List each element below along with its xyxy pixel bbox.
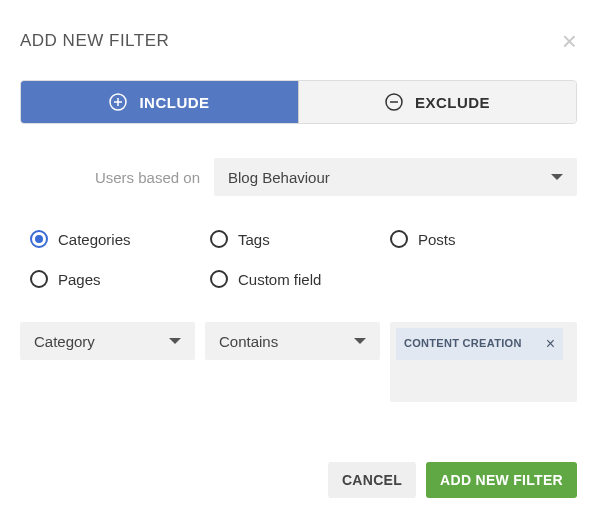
plus-circle-icon: [109, 93, 127, 111]
criteria-row: Category Contains CONTENT CREATION ×: [20, 322, 577, 402]
users-based-on-label: Users based on: [20, 169, 200, 186]
radio-posts[interactable]: Posts: [390, 230, 570, 248]
chip-remove-icon[interactable]: ×: [546, 334, 556, 354]
radio-icon: [210, 270, 228, 288]
radio-pages[interactable]: Pages: [30, 270, 210, 288]
criteria-operator-select[interactable]: Contains: [205, 322, 380, 360]
criteria-value-box[interactable]: CONTENT CREATION ×: [390, 322, 577, 402]
radio-icon: [210, 230, 228, 248]
radio-label: Categories: [58, 231, 131, 248]
chip-label: CONTENT CREATION: [404, 337, 522, 351]
radio-label: Tags: [238, 231, 270, 248]
tab-include[interactable]: INCLUDE: [21, 81, 299, 123]
cancel-button[interactable]: CANCEL: [328, 462, 416, 498]
criteria-field-select[interactable]: Category: [20, 322, 195, 360]
radio-tags[interactable]: Tags: [210, 230, 390, 248]
modal-title: ADD NEW FILTER: [20, 31, 169, 51]
tab-include-label: INCLUDE: [139, 94, 209, 111]
radio-categories[interactable]: Categories: [30, 230, 210, 248]
radio-custom-field[interactable]: Custom field: [210, 270, 390, 288]
basis-select-value: Blog Behaviour: [228, 169, 330, 186]
radio-label: Posts: [418, 231, 456, 248]
tab-exclude[interactable]: EXCLUDE: [299, 81, 576, 123]
modal-header: ADD NEW FILTER ×: [20, 28, 577, 54]
source-radio-group: Categories Tags Posts Pages Custom field: [20, 230, 577, 288]
criteria-operator-value: Contains: [219, 333, 278, 350]
add-new-filter-button[interactable]: ADD NEW FILTER: [426, 462, 577, 498]
radio-icon: [30, 230, 48, 248]
chevron-down-icon: [354, 338, 366, 344]
criteria-field-value: Category: [34, 333, 95, 350]
modal-footer: CANCEL ADD NEW FILTER: [20, 462, 577, 498]
include-exclude-tabs: INCLUDE EXCLUDE: [20, 80, 577, 124]
chevron-down-icon: [169, 338, 181, 344]
chevron-down-icon: [551, 174, 563, 180]
add-filter-modal: ADD NEW FILTER × INCLUDE EXCLUDE Users b…: [0, 0, 597, 518]
radio-icon: [30, 270, 48, 288]
radio-label: Custom field: [238, 271, 321, 288]
close-icon[interactable]: ×: [562, 28, 577, 54]
tab-exclude-label: EXCLUDE: [415, 94, 490, 111]
radio-icon: [390, 230, 408, 248]
radio-label: Pages: [58, 271, 101, 288]
value-chip: CONTENT CREATION ×: [396, 328, 563, 360]
basis-select[interactable]: Blog Behaviour: [214, 158, 577, 196]
minus-circle-icon: [385, 93, 403, 111]
users-based-on-row: Users based on Blog Behaviour: [20, 158, 577, 196]
